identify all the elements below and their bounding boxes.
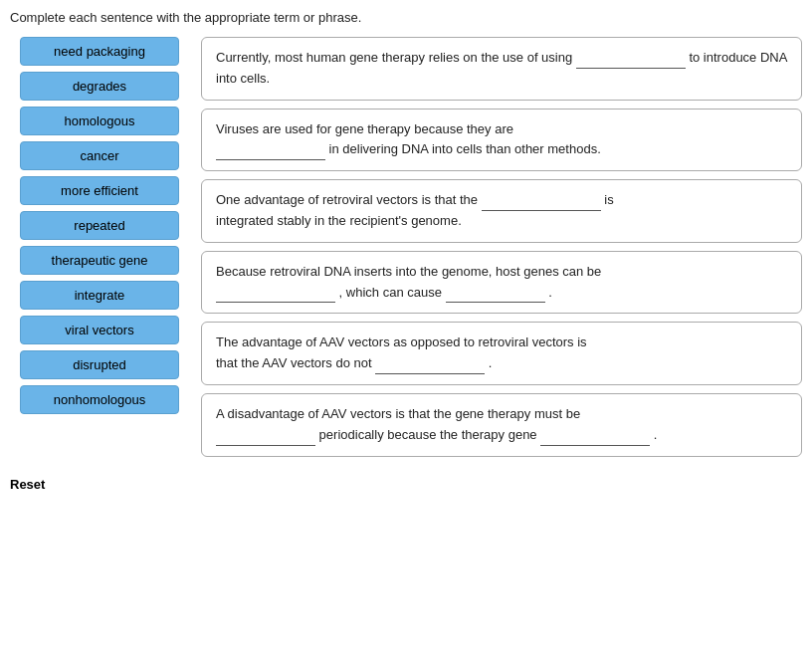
- sentence-text: that the AAV vectors do not: [216, 355, 375, 370]
- instruction-text: Complete each sentence with the appropri…: [10, 10, 802, 25]
- sentence-box-5: The advantage of AAV vectors as opposed …: [201, 322, 802, 385]
- main-layout: need packagingdegradeshomologouscancermo…: [10, 37, 802, 457]
- sentence-text: Currently, most human gene therapy relie…: [216, 50, 576, 65]
- answer-blank[interactable]: [482, 195, 601, 211]
- answer-blank[interactable]: [216, 430, 315, 446]
- sentence-text: .: [485, 355, 492, 370]
- answer-blank[interactable]: [375, 358, 485, 374]
- term-button-viral-vectors[interactable]: viral vectors: [20, 316, 179, 344]
- term-button-homologous[interactable]: homologous: [20, 107, 179, 135]
- sentence-box-4: Because retroviral DNA inserts into the …: [201, 251, 802, 315]
- answer-blank[interactable]: [216, 144, 325, 160]
- sentence-text: The advantage of AAV vectors as opposed …: [216, 334, 587, 349]
- reset-button[interactable]: Reset: [10, 477, 45, 492]
- sentence-text: periodically because the therapy gene: [315, 427, 540, 442]
- answer-blank[interactable]: [540, 430, 650, 446]
- sentence-text: is: [601, 192, 614, 207]
- sentence-text: , which can cause: [335, 285, 446, 300]
- sentence-text: .: [545, 285, 552, 300]
- terms-column: need packagingdegradeshomologouscancermo…: [10, 37, 189, 414]
- answer-blank[interactable]: [216, 287, 335, 303]
- term-button-need-packaging[interactable]: need packaging: [20, 37, 179, 66]
- sentence-box-6: A disadvantage of AAV vectors is that th…: [201, 393, 802, 457]
- sentence-box-1: Currently, most human gene therapy relie…: [201, 37, 802, 101]
- sentence-text: in delivering DNA into cells than other …: [325, 141, 601, 156]
- sentence-text: A disadvantage of AAV vectors is that th…: [216, 406, 580, 421]
- sentence-text: .: [650, 427, 657, 442]
- sentence-text: Because retroviral DNA inserts into the …: [216, 264, 601, 279]
- term-button-cancer[interactable]: cancer: [20, 141, 179, 170]
- sentence-box-2: Viruses are used for gene therapy becaus…: [201, 109, 802, 172]
- term-button-therapeutic-gene[interactable]: therapeutic gene: [20, 246, 179, 275]
- term-button-repeated[interactable]: repeated: [20, 211, 179, 240]
- answer-blank[interactable]: [576, 53, 686, 69]
- sentences-column: Currently, most human gene therapy relie…: [201, 37, 802, 457]
- sentence-text: One advantage of retroviral vectors is t…: [216, 192, 482, 207]
- sentence-text: integrated stably in the recipient's gen…: [216, 213, 462, 228]
- answer-blank[interactable]: [446, 287, 545, 303]
- term-button-disrupted[interactable]: disrupted: [20, 350, 179, 379]
- term-button-more-efficient[interactable]: more efficient: [20, 176, 179, 205]
- sentence-box-3: One advantage of retroviral vectors is t…: [201, 179, 802, 243]
- term-button-nonhomologous[interactable]: nonhomologous: [20, 385, 179, 414]
- term-button-degrades[interactable]: degrades: [20, 72, 179, 101]
- sentence-text: Viruses are used for gene therapy becaus…: [216, 121, 513, 136]
- term-button-integrate[interactable]: integrate: [20, 281, 179, 310]
